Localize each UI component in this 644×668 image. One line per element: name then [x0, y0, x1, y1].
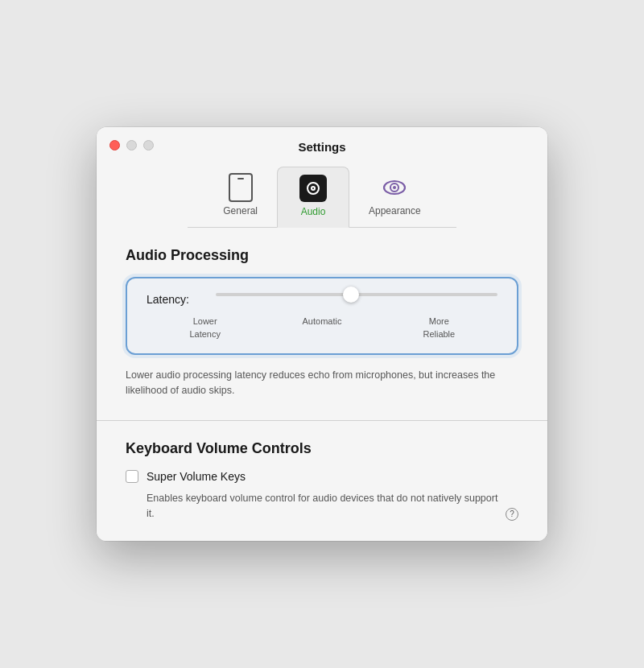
super-volume-hint: Enables keyboard volume control for audi…	[147, 491, 518, 522]
tab-audio-label: Audio	[301, 206, 326, 217]
appearance-eye-icon	[381, 174, 408, 201]
titlebar: Settings General Audio	[97, 127, 547, 228]
audio-icon-inner	[307, 182, 320, 195]
help-badge[interactable]: ?	[506, 508, 518, 521]
svg-point-3	[392, 185, 394, 187]
super-volume-label: Super Volume Keys	[147, 470, 246, 483]
latency-label: Latency:	[147, 293, 203, 306]
tab-general-label: General	[223, 205, 258, 216]
super-volume-checkbox-row: Super Volume Keys	[126, 470, 518, 483]
audio-processing-title: Audio Processing	[126, 247, 518, 264]
slider-label-auto: Automatic	[263, 315, 380, 340]
latency-row: Latency:	[147, 293, 497, 306]
tab-bar: General Audio	[188, 167, 456, 228]
tab-general[interactable]: General	[204, 167, 277, 227]
settings-window: Settings General Audio	[97, 127, 547, 541]
tab-audio[interactable]: Audio	[277, 167, 349, 228]
tab-appearance-label: Appearance	[369, 205, 421, 216]
traffic-lights	[109, 140, 154, 151]
slider-label-lower: LowerLatency	[147, 315, 263, 340]
tab-appearance[interactable]: Appearance	[349, 167, 440, 227]
slider-track[interactable]	[216, 293, 497, 296]
close-button[interactable]	[109, 140, 120, 151]
slider-container	[216, 293, 497, 306]
main-content: Audio Processing Latency: LowerLatency A…	[97, 228, 547, 541]
super-volume-checkbox[interactable]	[126, 470, 138, 483]
slider-thumb[interactable]	[343, 287, 359, 303]
audio-icon	[299, 175, 327, 202]
latency-slider-box: Latency: LowerLatency Automatic MoreReli…	[126, 277, 518, 355]
section-divider	[97, 420, 547, 421]
tab-general-icon	[226, 173, 255, 202]
slider-label-reliable: MoreReliable	[381, 315, 497, 340]
general-icon	[229, 173, 253, 202]
minimize-button[interactable]	[126, 140, 137, 151]
latency-hint-text: Lower audio processing latency reduces e…	[126, 368, 518, 398]
window-title: Settings	[298, 140, 345, 154]
slider-labels: LowerLatency Automatic MoreReliable	[147, 315, 497, 340]
tab-audio-icon	[299, 174, 328, 203]
super-volume-hint-text: Enables keyboard volume control for audi…	[147, 491, 501, 522]
svg-point-2	[393, 186, 396, 189]
keyboard-volume-title: Keyboard Volume Controls	[126, 440, 518, 457]
maximize-button[interactable]	[143, 140, 154, 151]
tab-appearance-icon	[380, 173, 409, 202]
